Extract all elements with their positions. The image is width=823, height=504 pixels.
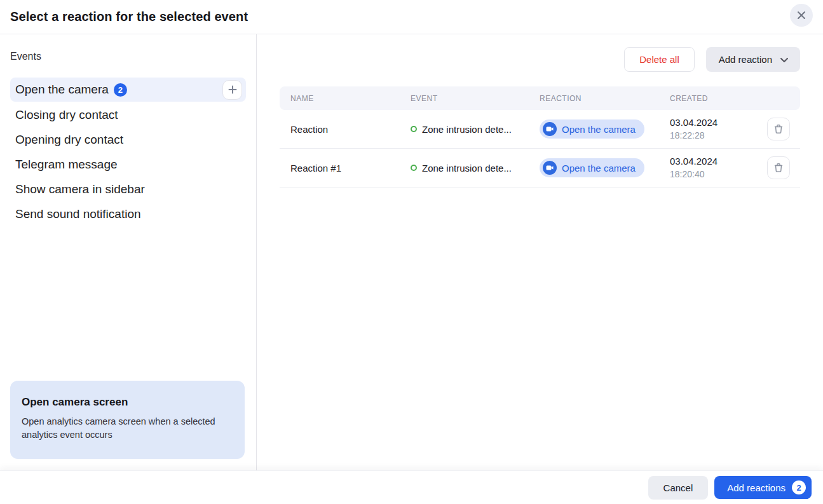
info-card-title: Open camera screen xyxy=(22,396,233,409)
event-name-text: Zone intrusion dete... xyxy=(422,163,512,174)
delete-row-button[interactable] xyxy=(767,118,790,140)
sidebar-event-item[interactable]: Open the camera 2 xyxy=(10,78,246,102)
close-icon xyxy=(796,10,806,20)
camera-icon xyxy=(543,122,557,136)
column-header-reaction: REACTION xyxy=(540,94,670,103)
reactions-toolbar: Delete all Add reaction xyxy=(280,47,800,72)
sidebar-event-item[interactable]: Opening dry contact xyxy=(10,127,246,152)
reaction-chip[interactable]: Open the camera xyxy=(540,119,644,139)
table-body: Reaction Zone intrusion dete... Open the… xyxy=(280,110,800,187)
dialog-header: Select a reaction for the selected event xyxy=(0,0,823,34)
table-header-row: NAME EVENT REACTION CREATED xyxy=(280,86,800,110)
reaction-label: Open the camera xyxy=(562,163,636,174)
close-button[interactable] xyxy=(790,4,813,27)
column-header-name: NAME xyxy=(280,94,411,103)
created-time: 18:22:28 xyxy=(670,130,759,142)
cancel-button[interactable]: Cancel xyxy=(648,476,709,500)
chevron-down-icon xyxy=(779,54,790,65)
event-item-label: Show camera in sidebar xyxy=(15,182,145,196)
events-list: Open the camera 2 Closing dry contact Op… xyxy=(10,78,246,226)
cell-event: Zone intrusion dete... xyxy=(411,163,540,174)
event-status-icon xyxy=(411,126,417,132)
created-time: 18:20:40 xyxy=(670,168,759,180)
created-date: 03.04.2024 xyxy=(670,155,759,168)
event-item-label: Opening dry contact xyxy=(15,133,123,147)
cell-created: 03.04.2024 18:22:28 xyxy=(670,116,759,141)
dialog-title: Select a reaction for the selected event xyxy=(10,10,248,24)
info-card-description: Open analytics camera screen when a sele… xyxy=(22,415,233,443)
add-event-button[interactable] xyxy=(222,80,242,100)
add-reactions-button[interactable]: Add reactions 2 xyxy=(714,476,812,499)
reactions-panel: Delete all Add reaction NAME EVENT REACT… xyxy=(257,34,823,470)
events-sidebar: Events Open the camera 2 Closing dry con… xyxy=(0,34,257,470)
reaction-dialog: Select a reaction for the selected event… xyxy=(0,0,823,504)
cell-reaction: Open the camera xyxy=(540,119,670,139)
cell-reaction: Open the camera xyxy=(540,158,670,177)
event-name-text: Zone intrusion dete... xyxy=(422,124,512,135)
event-item-label: Open the camera xyxy=(15,83,109,97)
add-reaction-label: Add reaction xyxy=(719,54,772,65)
reactions-table: NAME EVENT REACTION CREATED Reaction Zon… xyxy=(280,86,800,187)
event-item-label: Send sound notification xyxy=(15,207,141,221)
sidebar-event-item[interactable]: Send sound notification xyxy=(10,201,246,226)
event-item-label: Closing dry contact xyxy=(15,108,118,122)
add-reactions-label: Add reactions xyxy=(727,482,786,493)
cell-created: 03.04.2024 18:20:40 xyxy=(670,155,759,180)
column-header-created: CREATED xyxy=(670,94,759,103)
created-date: 03.04.2024 xyxy=(670,116,759,129)
trash-icon xyxy=(773,124,784,134)
sidebar-event-item[interactable]: Closing dry contact xyxy=(10,102,246,127)
event-info-card: Open camera screen Open analytics camera… xyxy=(10,381,245,460)
delete-row-button[interactable] xyxy=(767,156,790,179)
add-reaction-dropdown-button[interactable]: Add reaction xyxy=(706,47,800,72)
event-item-label: Telegram message xyxy=(15,158,118,172)
camera-icon xyxy=(543,161,557,175)
plus-icon xyxy=(228,85,238,95)
reaction-chip[interactable]: Open the camera xyxy=(540,158,644,177)
table-row: Reaction Zone intrusion dete... Open the… xyxy=(280,110,800,149)
cell-event: Zone intrusion dete... xyxy=(411,124,540,135)
delete-all-button[interactable]: Delete all xyxy=(624,47,695,72)
cell-name: Reaction xyxy=(280,124,411,135)
cell-name: Reaction #1 xyxy=(280,163,411,174)
reaction-label: Open the camera xyxy=(562,124,636,135)
event-count-badge: 2 xyxy=(114,83,127,97)
sidebar-event-item[interactable]: Show camera in sidebar xyxy=(10,177,246,201)
trash-icon xyxy=(773,163,784,173)
reactions-count-badge: 2 xyxy=(792,480,806,494)
column-header-event: EVENT xyxy=(411,94,540,103)
sidebar-event-item[interactable]: Telegram message xyxy=(10,152,246,177)
table-row: Reaction #1 Zone intrusion dete... Open … xyxy=(280,149,800,187)
events-section-label: Events xyxy=(10,51,246,62)
dialog-footer: Cancel Add reactions 2 xyxy=(0,470,823,504)
event-status-icon xyxy=(411,165,417,171)
